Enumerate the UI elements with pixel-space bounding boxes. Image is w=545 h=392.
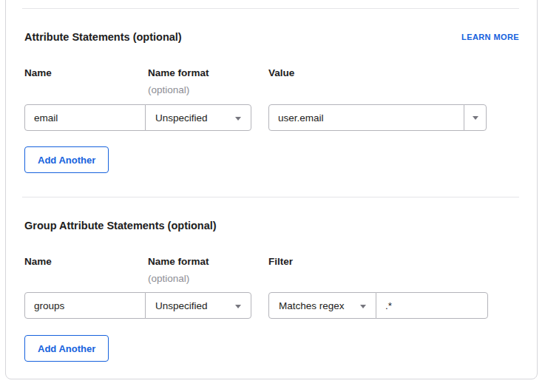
column-header-filter: Filter <box>268 256 293 267</box>
chevron-down-icon <box>235 117 241 121</box>
chevron-down-icon <box>235 305 241 308</box>
attribute-value-input[interactable] <box>268 104 464 131</box>
settings-card <box>5 0 538 379</box>
add-another-attribute-button[interactable]: Add Another <box>24 146 109 173</box>
name-format-selected-value: Unspecified <box>155 112 208 124</box>
column-header-name: Name <box>24 67 52 78</box>
attribute-name-format-select[interactable]: Unspecified <box>145 104 251 131</box>
name-format-optional-note: (optional) <box>148 273 189 284</box>
learn-more-link[interactable]: LEARN MORE <box>461 33 519 41</box>
column-header-value: Value <box>268 67 294 78</box>
chevron-down-icon <box>360 305 366 308</box>
attribute-name-input[interactable] <box>24 104 146 131</box>
name-format-optional-note: (optional) <box>148 84 189 95</box>
chevron-down-icon <box>473 116 478 120</box>
filter-type-selected-value: Matches regex <box>279 300 345 311</box>
group-attribute-statements-title: Group Attribute Statements (optional) <box>24 220 217 232</box>
section-divider-top <box>22 8 519 9</box>
group-filter-value-input[interactable] <box>376 292 488 319</box>
name-format-selected-value: Unspecified <box>155 300 208 311</box>
group-attribute-name-format-select[interactable]: Unspecified <box>145 292 251 319</box>
attribute-statements-title: Attribute Statements (optional) <box>24 31 182 43</box>
column-header-name-format: Name format <box>148 67 209 78</box>
column-header-name: Name <box>24 256 52 267</box>
add-another-group-attribute-button[interactable]: Add Another <box>24 335 109 362</box>
saml-settings-screen: Attribute Statements (optional) LEARN MO… <box>0 0 545 392</box>
column-header-name-format: Name format <box>148 256 209 267</box>
section-divider-middle <box>22 197 519 197</box>
group-attribute-name-input[interactable] <box>24 292 146 319</box>
group-filter-type-select[interactable]: Matches regex <box>268 292 376 319</box>
attribute-value-dropdown-button[interactable] <box>464 104 487 131</box>
